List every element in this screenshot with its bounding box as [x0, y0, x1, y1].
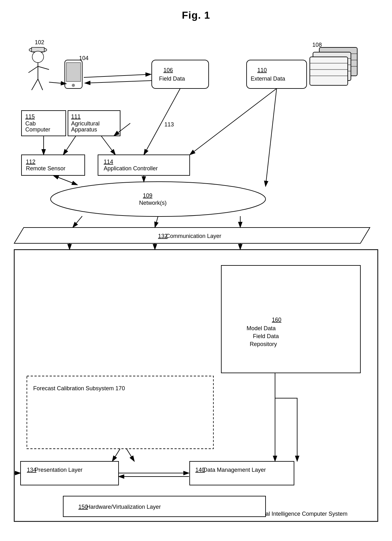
- model-data-num: 160: [272, 317, 281, 323]
- app-controller-num: 114: [104, 159, 113, 165]
- model-data-line1: Model Data: [247, 325, 276, 331]
- field-data-text: Field Data: [159, 76, 185, 82]
- field-data-num: 106: [163, 67, 173, 73]
- mobile-device: [65, 60, 82, 88]
- arrow-farmer-to-mobile: [49, 82, 66, 84]
- svg-point-5: [32, 51, 44, 63]
- arrow-ext-to-appctrl: [190, 88, 277, 155]
- svg-line-8: [38, 66, 49, 70]
- network-text: Network(s): [139, 200, 167, 206]
- mobile-label: 104: [79, 55, 89, 61]
- svg-rect-22: [310, 57, 348, 85]
- arrow-network-to-comm2: [155, 216, 158, 228]
- data-mgmt-box: [190, 461, 294, 485]
- cab-computer-text2: Computer: [25, 126, 50, 133]
- arrow-network-to-comm1: [73, 216, 82, 228]
- remote-sensor-num: 112: [26, 159, 35, 165]
- arrow-mobile-to-field: [84, 74, 151, 77]
- cab-computer-text1: Cab: [25, 120, 36, 127]
- model-data-box: [221, 265, 360, 373]
- remote-sensor-text: Remote Sensor: [26, 165, 65, 172]
- app-controller-text: Application Controller: [104, 165, 158, 172]
- comm-layer-text: Communication Layer: [166, 233, 221, 239]
- diagram: 102 104 108 106: [0, 19, 392, 540]
- presentation-layer-box: [21, 461, 119, 485]
- model-data-line3: Repository: [250, 341, 277, 347]
- svg-line-9: [32, 79, 38, 90]
- arrow-field-to-mobile: [85, 81, 152, 83]
- arrow-ext-to-network: [266, 88, 277, 186]
- ag-apparatus-num: 111: [71, 113, 81, 120]
- external-data-box: [247, 60, 307, 88]
- external-data-num: 110: [257, 67, 267, 73]
- field-data-box: [152, 60, 209, 88]
- figure-title: Fig. 1: [0, 0, 392, 21]
- model-data-line2: Field Data: [253, 333, 279, 339]
- hardware-text: Hardware/Virtualization Layer: [86, 504, 161, 510]
- ag-apparatus-text2: Apparatus: [71, 126, 97, 133]
- arrow-ag-to-sensor: [63, 136, 76, 155]
- page: Fig. 1: [0, 0, 392, 541]
- forecast-text: Forecast Calibration Subsystem 170: [33, 385, 125, 392]
- farmer-figure: [28, 47, 49, 90]
- farmer-label: 102: [35, 39, 44, 46]
- server-stack: [310, 47, 357, 85]
- ag-apparatus-text1: Agricultural: [71, 120, 100, 127]
- data-mgmt-text: Data Management Layer: [203, 467, 266, 473]
- svg-line-10: [38, 79, 43, 90]
- arrow-field-to-appctrl: [144, 88, 180, 155]
- external-data-text: External Data: [251, 76, 285, 82]
- presentation-text: Presentation Layer: [35, 467, 83, 473]
- arrow-sensor-network: [53, 175, 77, 185]
- svg-point-13: [72, 84, 75, 87]
- network-ellipse: [51, 182, 266, 216]
- arrow-ag-to-appctrl: [101, 136, 115, 155]
- svg-line-7: [28, 66, 38, 73]
- arrow-113-label: 113: [164, 121, 174, 128]
- svg-rect-12: [66, 63, 81, 82]
- cab-computer-num: 115: [25, 113, 35, 120]
- network-num: 109: [143, 192, 152, 199]
- server-label: 108: [312, 42, 322, 48]
